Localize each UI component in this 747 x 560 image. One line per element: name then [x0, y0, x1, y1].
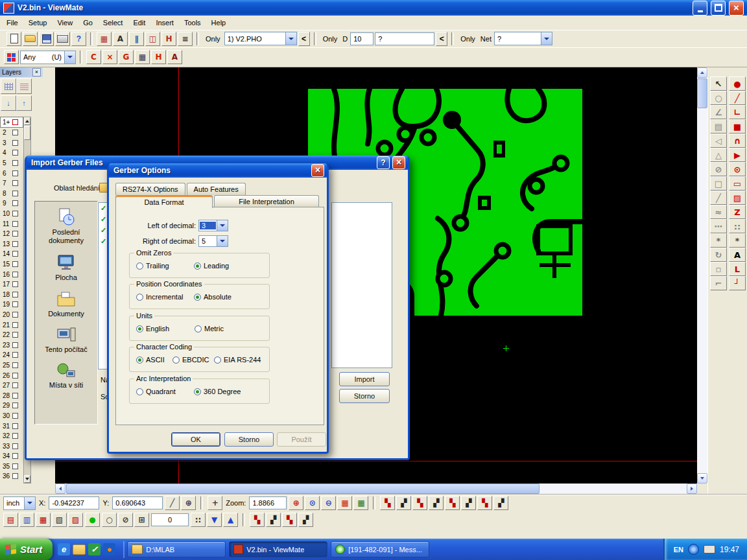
grid-mode-icon[interactable] [4, 50, 19, 64]
grid-red-icon[interactable]: ▦ [337, 496, 352, 510]
red-angle-icon[interactable]: ∟ [729, 105, 746, 119]
tray-network-icon[interactable] [688, 544, 699, 555]
radio-icon[interactable] [136, 294, 143, 301]
menu-item[interactable]: Setup [23, 17, 53, 29]
pattern-2-icon[interactable]: ▞ [266, 513, 281, 527]
chevron-down-icon[interactable] [217, 220, 228, 231]
layer-view-2-icon[interactable]: ▥ [19, 513, 34, 527]
zoom-in-icon[interactable]: ⊕ [289, 496, 303, 510]
layer-row[interactable]: 5 [0, 158, 23, 169]
pattern-3-icon[interactable]: ▚ [282, 513, 297, 527]
layer-color-swatch[interactable] [12, 373, 18, 379]
dcode-pattern-6-icon[interactable]: ▞ [461, 496, 476, 510]
radio-absolute[interactable]: Absolute [194, 293, 231, 301]
layer-color-swatch[interactable] [12, 191, 18, 196]
scroll-left-icon[interactable] [55, 484, 65, 494]
red-target-icon[interactable]: ⊙ [729, 162, 746, 176]
import-button[interactable]: Import [339, 372, 390, 386]
red-rect-icon[interactable]: ▭ [729, 176, 746, 191]
task-button-viewmate[interactable]: V2.bin - ViewMate [229, 541, 327, 557]
close-icon[interactable] [311, 164, 324, 177]
arrow-down-icon[interactable]: ▼ [207, 513, 222, 527]
red-square-icon[interactable]: ■ [729, 119, 746, 134]
dots-grid-icon[interactable]: :: [191, 513, 206, 527]
units-combobox[interactable]: inch [3, 496, 36, 510]
layer-row[interactable]: 25 [0, 360, 23, 371]
layer-color-swatch[interactable] [12, 241, 18, 247]
pointer-icon[interactable]: ↖ [710, 76, 727, 91]
layer-row[interactable]: 36 [0, 471, 23, 482]
only-dcode-toggle[interactable]: Only [323, 35, 338, 43]
layer-color-swatch[interactable] [12, 301, 18, 307]
red-pad-icon[interactable]: ● [729, 76, 746, 91]
folder-quicklaunch-icon[interactable] [73, 544, 86, 555]
radio-360-degree[interactable]: 360 Degree [194, 388, 241, 395]
desktop-item[interactable]: Plocha [35, 253, 97, 282]
print-icon[interactable] [55, 32, 70, 46]
layer-color-swatch[interactable] [12, 150, 18, 156]
computer-item[interactable]: Tento počítač [35, 327, 97, 354]
triangle-left-icon[interactable]: ◁ [710, 134, 727, 148]
layer-row[interactable]: 35 [0, 461, 23, 472]
square-outline-icon[interactable]: □ [710, 176, 727, 191]
layer-combobox[interactable]: 1) V2.PHO [224, 32, 297, 45]
radio-incremental[interactable]: Incremental [136, 293, 183, 301]
layer-row[interactable]: 21 [0, 320, 23, 330]
help-icon[interactable] [377, 156, 390, 169]
close-icon[interactable] [32, 68, 41, 76]
cross-tool-icon[interactable]: × [102, 50, 117, 64]
layer-color-swatch[interactable] [12, 463, 18, 469]
gray-circle-icon[interactable]: ○ [710, 91, 727, 105]
diagonal-icon[interactable]: ╱ [710, 191, 727, 205]
radio-ebcdic[interactable]: EBCDIC [172, 356, 209, 364]
grid-tool-icon[interactable]: ▦ [135, 50, 150, 64]
menu-item[interactable]: Insert [150, 17, 179, 29]
menu-item[interactable]: Tools [179, 17, 206, 29]
dcode-pattern-7-icon[interactable]: ▚ [477, 496, 492, 510]
layer-color-swatch[interactable] [12, 272, 18, 277]
layer-color-swatch[interactable] [12, 251, 18, 257]
red-line-icon[interactable]: ╱ [729, 91, 746, 105]
asterisk-icon[interactable]: * [710, 233, 727, 248]
circle-tool-icon[interactable]: ○ [102, 513, 117, 527]
layer-color-swatch[interactable] [12, 402, 18, 408]
layer-color-swatch[interactable] [12, 332, 18, 338]
dcode-pattern-8-icon[interactable]: ▞ [493, 496, 508, 510]
layer-row[interactable]: 32 [0, 431, 23, 441]
close-icon[interactable] [392, 156, 405, 169]
arrow-up-icon[interactable]: ▲ [223, 513, 238, 527]
layer-row[interactable]: 13 [0, 239, 23, 250]
layer-color-swatch[interactable] [12, 261, 18, 267]
g-tool-icon[interactable]: G [119, 50, 134, 64]
layer-view-1-icon[interactable]: ▤ [3, 513, 18, 527]
language-indicator[interactable]: EN [674, 546, 683, 554]
dcode-pattern-5-icon[interactable]: ▚ [445, 496, 460, 510]
layer-view-3-icon[interactable]: ▦ [36, 513, 51, 527]
red-corner-icon[interactable]: ┘ [729, 276, 746, 290]
minimize-button[interactable] [693, 1, 707, 16]
layer-row[interactable]: 26 [0, 370, 23, 380]
task-button-mlab[interactable]: D:\MLAB [127, 541, 226, 557]
layer-color-swatch[interactable] [12, 211, 18, 216]
dcode-pattern-4-icon[interactable]: ▞ [429, 496, 444, 510]
a-tool-icon[interactable]: A [167, 50, 182, 64]
radio-icon[interactable] [195, 325, 202, 332]
menu-item[interactable]: Go [78, 17, 98, 29]
layer-color-swatch[interactable] [12, 453, 18, 459]
layer-row[interactable]: 19 [0, 299, 23, 310]
ok-button[interactable]: OK [171, 432, 220, 447]
filled-square-icon[interactable]: ▤ [710, 119, 727, 134]
layer-color-swatch[interactable] [12, 292, 18, 298]
scroll-up-icon[interactable] [24, 117, 30, 125]
dots-icon[interactable]: ⋯ [710, 219, 727, 233]
radio-trailing[interactable]: Trailing [136, 262, 169, 270]
layer-color-swatch[interactable] [12, 200, 18, 206]
tab-data-format[interactable]: Data Format [115, 195, 213, 208]
radio-ascii[interactable]: ASCII [136, 356, 165, 364]
radio-icon[interactable] [136, 262, 143, 270]
layer-color-swatch[interactable] [12, 119, 18, 125]
red-l-icon[interactable]: L [729, 262, 746, 276]
layer-row[interactable]: 31 [0, 421, 23, 431]
recent-documents-item[interactable]: Poslední dokumenty [35, 208, 97, 245]
corner-icon[interactable]: ⌐ [710, 276, 727, 290]
